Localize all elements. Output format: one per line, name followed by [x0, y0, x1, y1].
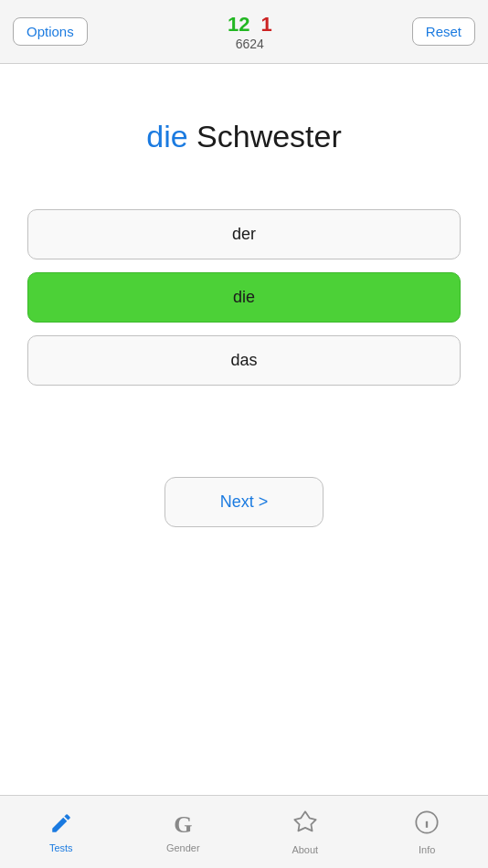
about-icon: [292, 810, 318, 841]
score-wrong: 1: [260, 13, 271, 37]
tab-tests[interactable]: Tests: [0, 811, 122, 853]
tab-gender-label: Gender: [166, 842, 200, 853]
pencil-icon: [49, 811, 73, 839]
header: Options 12 1 6624 Reset: [0, 0, 488, 64]
word-noun: Schwester: [196, 119, 342, 153]
answer-der-button[interactable]: der: [27, 209, 461, 259]
score-total: 6624: [236, 37, 264, 51]
tab-bar: Tests G Gender About Info: [0, 795, 488, 868]
word-article: die: [146, 119, 187, 153]
options-button[interactable]: Options: [13, 17, 88, 46]
answers-container: der die das: [27, 209, 461, 386]
info-icon: [414, 810, 440, 841]
score-display: 12 1 6624: [228, 13, 272, 51]
answer-die-button[interactable]: die: [27, 272, 461, 323]
tab-info-label: Info: [419, 844, 435, 855]
tab-tests-label: Tests: [49, 842, 73, 853]
reset-button[interactable]: Reset: [412, 17, 475, 46]
tab-info[interactable]: Info: [366, 810, 489, 855]
tab-about-label: About: [292, 844, 318, 855]
tab-about[interactable]: About: [244, 810, 366, 855]
score-correct: 12: [228, 13, 249, 37]
main-content: die Schwester der die das Next >: [0, 64, 488, 795]
next-button[interactable]: Next >: [164, 477, 324, 527]
tab-gender[interactable]: G Gender: [122, 811, 245, 853]
word-display: die Schwester: [146, 119, 342, 154]
gender-icon: G: [174, 811, 192, 839]
answer-das-button[interactable]: das: [27, 335, 461, 386]
score-row: 12 1: [228, 13, 272, 37]
